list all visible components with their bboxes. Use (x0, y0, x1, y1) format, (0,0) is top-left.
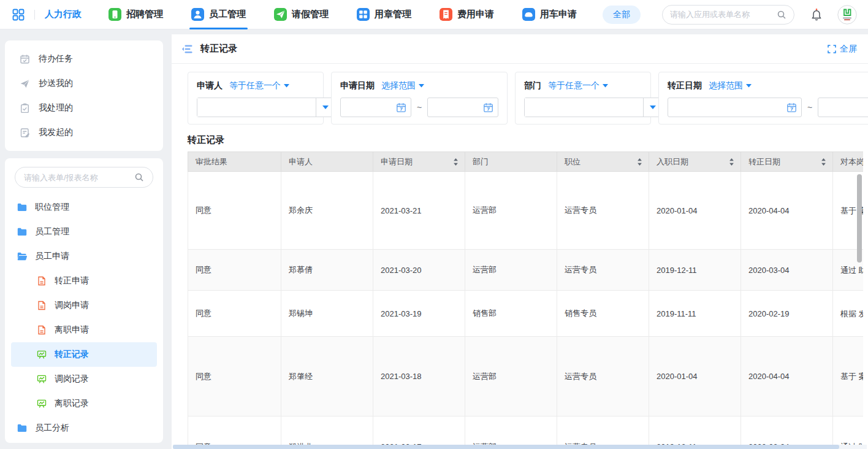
sidebar-quick-item-label: 待办任务 (39, 53, 73, 64)
fullscreen-icon (828, 45, 836, 53)
sidebar-quick-item-3[interactable]: 我处理的 (5, 96, 163, 120)
nav-tab-5[interactable]: 费用申请 (440, 0, 494, 29)
filter-operator[interactable]: 等于任意一个 (548, 80, 608, 91)
search-icon[interactable] (134, 172, 144, 182)
column-header-hire_date[interactable]: 入职日期 (649, 152, 741, 172)
all-apps-button[interactable]: 全部 (603, 6, 641, 24)
filter-operator[interactable]: 等于任意一个 (229, 80, 289, 91)
tree-item-label: 离职记录 (55, 398, 89, 409)
tree-item-label: 员工申请 (35, 251, 69, 262)
report-icon (37, 374, 47, 384)
form-search-input[interactable] (24, 173, 134, 182)
folder-icon (17, 227, 27, 237)
tree-item-5[interactable]: 调岗申请 (11, 293, 157, 318)
cell-position: 运营专员 (557, 250, 649, 291)
cell-apply_date: 2021-03-21 (373, 172, 465, 250)
chevron-down-icon (284, 84, 289, 88)
column-header-label: 转正日期 (748, 157, 780, 166)
form-tree: 职位管理员工管理员工申请转正申请调岗申请离职申请转正记录调岗记录离职记录员工分析 (5, 193, 163, 440)
main-panel: 转正记录 全屏 申请人等于任意一个申请日期选择范围~部门等于任意一个转正日期选择… (172, 34, 868, 449)
clipboard-check-icon (20, 103, 30, 113)
filter-select-input[interactable] (197, 98, 316, 117)
column-header-regular_date[interactable]: 转正日期 (741, 152, 833, 172)
app-search-input[interactable] (670, 10, 777, 19)
nav-tab-3[interactable]: 请假管理 (274, 0, 329, 29)
table-row-2: 同意郑慕倩2021-03-20运营部运营专员2019-12-112020-03-… (188, 250, 864, 291)
calendar-icon[interactable] (483, 102, 493, 113)
tree-item-10[interactable]: 员工分析 (11, 416, 157, 440)
sidebar-quick-item-label: 抄送我的 (39, 78, 73, 89)
range-separator: ~ (807, 102, 812, 112)
tree-item-9[interactable]: 离职记录 (11, 391, 157, 416)
cell-approval: 同意 (188, 250, 281, 291)
edit-doc-icon (20, 128, 30, 138)
chevron-down-icon (419, 84, 424, 88)
filter-operator[interactable]: 选择范围 (381, 80, 424, 91)
sidebar-quick-item-2[interactable]: 抄送我的 (5, 71, 163, 96)
cell-hire_date: 2019-12-11 (649, 416, 741, 449)
tree-item-label: 员工分析 (35, 423, 69, 434)
cell-apply_date: 2021-03-17 (373, 416, 465, 449)
horizontal-scrollbar-thumb[interactable] (173, 445, 839, 449)
bell-icon[interactable] (810, 8, 823, 21)
sort-icon (637, 158, 642, 166)
cell-hire_date: 2019-11-11 (649, 291, 741, 337)
column-header-position[interactable]: 职位 (557, 152, 649, 172)
filter-operator-label: 选择范围 (709, 80, 743, 91)
sidebar-quick-item-label: 我发起的 (39, 127, 73, 138)
fullscreen-button[interactable]: 全屏 (828, 44, 857, 55)
cell-approval: 同意 (188, 337, 281, 416)
date-input[interactable] (428, 103, 483, 112)
column-header-label: 部门 (473, 157, 489, 166)
tree-item-1[interactable]: 职位管理 (11, 195, 157, 220)
calendar-icon[interactable] (786, 102, 797, 113)
divider (34, 10, 35, 20)
filter-operator[interactable]: 选择范围 (709, 80, 752, 91)
cell-regular_date: 2020-04-04 (741, 172, 833, 250)
tree-item-4[interactable]: 转正申请 (11, 269, 157, 293)
date-input[interactable] (818, 103, 868, 112)
tree-item-6[interactable]: 离职申请 (11, 318, 157, 342)
page-title: 转正记录 (200, 43, 237, 55)
date-input[interactable] (668, 103, 786, 112)
column-header-department: 部门 (465, 152, 557, 172)
column-header-apply_date[interactable]: 申请日期 (373, 152, 465, 172)
vertical-scrollbar-thumb[interactable] (857, 174, 862, 263)
column-header-label: 申请日期 (381, 157, 413, 166)
tree-item-3[interactable]: 员工申请 (11, 244, 157, 269)
cell-summary: 基于 案, 跟进 (833, 337, 864, 416)
company-logo[interactable] (837, 5, 857, 25)
filter-date-input (427, 98, 498, 117)
filter-date-input (818, 98, 868, 117)
filter-select-input[interactable] (525, 98, 643, 117)
nav-apps: 招聘管理员工管理请假管理用章管理费用申请用车申请 (108, 0, 577, 29)
sidebar-quick-item-1[interactable]: 待办任务 (5, 47, 163, 71)
tree-item-8[interactable]: 调岗记录 (11, 367, 157, 391)
report-header: 转正记录 全屏 (172, 34, 868, 64)
workspace-name[interactable]: 人力行政 (45, 9, 82, 20)
cell-regular_date: 2020-03-04 (741, 416, 833, 449)
search-icon[interactable] (777, 10, 786, 20)
filter-label: 申请日期 (340, 80, 375, 91)
sidebar-quick-item-4[interactable]: 我发起的 (5, 120, 163, 145)
tree-item-7[interactable]: 转正记录 (11, 342, 157, 367)
calendar-check-icon (20, 54, 30, 64)
top-nav: 人力行政 招聘管理员工管理请假管理用章管理费用申请用车申请 全部 (0, 0, 868, 29)
date-input[interactable] (341, 103, 396, 112)
cell-approval: 同意 (188, 291, 281, 337)
cell-applicant: 郑洪业 (281, 416, 373, 449)
filter-select (524, 98, 662, 117)
apps-grid-icon[interactable] (12, 9, 25, 21)
sort-icon (821, 158, 826, 166)
nav-tab-6[interactable]: 用车申请 (522, 0, 577, 29)
nav-tab-1[interactable]: 招聘管理 (108, 0, 163, 29)
collapse-sidebar-icon[interactable] (181, 44, 193, 54)
tree-item-2[interactable]: 员工管理 (11, 220, 157, 244)
nav-tab-2[interactable]: 员工管理 (191, 0, 246, 29)
cell-approval: 同意 (188, 416, 281, 449)
calendar-icon[interactable] (396, 102, 406, 113)
nav-tab-4[interactable]: 用章管理 (357, 0, 411, 29)
report-icon (37, 399, 47, 409)
tree-item-label: 离职申请 (55, 324, 89, 336)
column-header-approval: 审批结果 (188, 152, 281, 172)
